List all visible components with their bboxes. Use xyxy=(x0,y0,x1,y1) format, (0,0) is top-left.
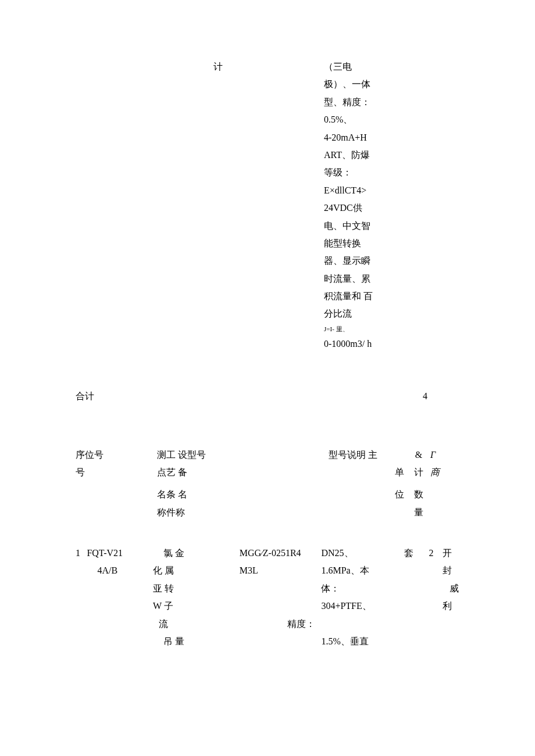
col-specification: （三电 极）、一体 型、精度： 0.5%、 4-20mA+H ART、防爆 等级… xyxy=(324,58,417,353)
text: 304+PTFE、 xyxy=(321,597,397,615)
header-text: 测工 设型号 xyxy=(157,446,329,464)
spec-line: 器、显示瞬 xyxy=(324,252,417,270)
header-text: 计 xyxy=(407,464,430,481)
total-row: 合计 4 xyxy=(76,388,459,405)
header-seq-pos: 序位号 号 xyxy=(76,446,157,522)
total-label: 合计 xyxy=(76,388,94,405)
text: MGG∕Z-0251R4 xyxy=(240,544,322,562)
header-text: 称件称 xyxy=(157,504,329,521)
text: DN25、 xyxy=(321,544,397,562)
text: 流 xyxy=(159,615,240,633)
text: 氯 金 xyxy=(163,544,240,562)
spec-line: 0-1000m3/ h xyxy=(324,335,417,353)
header-text: 序位号 xyxy=(76,446,157,464)
cell-unit: 套 xyxy=(397,544,420,650)
text: 亚 转 xyxy=(153,580,240,597)
cell-qty: 2 xyxy=(420,544,443,650)
text: 化 属 xyxy=(153,562,240,579)
text: 1.5%、垂直 xyxy=(321,633,397,650)
header-text: 单 xyxy=(329,464,407,481)
header-text: & xyxy=(407,446,430,464)
header-text: 商 xyxy=(430,464,448,481)
spec-line: 电、中文智 xyxy=(324,217,417,235)
cell-name: 氯 金 化 属 亚 转 W 子 流 吊 量 xyxy=(152,544,240,650)
cell-mfr: 开 封 威 利 xyxy=(443,544,459,650)
text: 吊 量 xyxy=(163,633,240,650)
header-text: 名条 名 xyxy=(157,486,329,503)
header-spec-unit: 型号说明 主 单 位 xyxy=(329,446,407,522)
header-qty: & 计 数 量 xyxy=(407,446,430,522)
header-point-model: 测工 设型号 点艺 备 名条 名 称件称 xyxy=(157,446,329,522)
spec-line: 积流量和 百 xyxy=(324,288,417,305)
spec-line: 24VDC供 xyxy=(324,199,417,217)
spec-line: 时流量、累 xyxy=(324,270,417,288)
text: 体： xyxy=(321,580,397,597)
total-value: 4 xyxy=(423,388,427,405)
header-text: 量 xyxy=(407,504,430,521)
spec-line: 4-20mA+H xyxy=(324,129,417,146)
text: 精度： xyxy=(240,615,322,633)
text: 威 xyxy=(443,580,459,597)
text: 开 xyxy=(443,544,459,562)
spec-line: 0.5%、 xyxy=(324,111,417,128)
text: M3L xyxy=(240,562,322,579)
col-meter-char: 计 xyxy=(213,58,242,353)
cell-model: MGG∕Z-0251R4 M3L 精度： xyxy=(240,544,322,650)
text xyxy=(240,580,322,597)
text: 1.6MPa、本 xyxy=(321,562,397,579)
spec-line: 分比流 xyxy=(324,305,417,323)
text: W 子 xyxy=(153,597,240,615)
header-text: 号 xyxy=(76,464,157,481)
top-spec-block: 计 （三电 极）、一体 型、精度： 0.5%、 4-20mA+H ART、防爆 … xyxy=(76,58,459,353)
text: 4A/B xyxy=(87,562,152,579)
spec-line: 极）、一体 xyxy=(324,76,417,93)
header-text: 型号说明 主 xyxy=(329,446,407,464)
spec-line: 等级： xyxy=(324,164,417,181)
spec-line: E×dllCT4> xyxy=(324,182,417,199)
spec-line: （三电 xyxy=(324,58,417,76)
table-row: 1 FQT-V21 4A/B 氯 金 化 属 亚 转 W 子 流 吊 量 MGG… xyxy=(76,544,459,650)
header-text: 数 xyxy=(407,486,430,503)
header-text: 位 xyxy=(329,486,407,503)
cell-spec: DN25、 1.6MPa、本 体： 304+PTFE、 1.5%、垂直 xyxy=(321,544,397,650)
table-header: 序位号 号 测工 设型号 点艺 备 名条 名 称件称 型号说明 主 单 位 & … xyxy=(76,446,459,522)
text xyxy=(321,615,397,633)
spec-line: ART、防爆 xyxy=(324,146,417,164)
cell-posnum: FQT-V21 4A/B xyxy=(87,544,152,650)
spec-line: 型、精度： xyxy=(324,94,417,111)
text xyxy=(240,597,322,615)
header-text: 点艺 备 xyxy=(157,464,329,481)
cell-seq: 1 xyxy=(76,544,87,650)
text: FQT-V21 xyxy=(87,544,152,562)
text: 封 xyxy=(443,562,459,579)
header-text: Γ xyxy=(430,446,448,464)
text: 利 xyxy=(443,597,459,615)
spec-line: 能型转换 xyxy=(324,235,417,252)
header-mfr: Γ 商 xyxy=(430,446,448,522)
spec-line: J=I- 里、 xyxy=(324,323,417,335)
